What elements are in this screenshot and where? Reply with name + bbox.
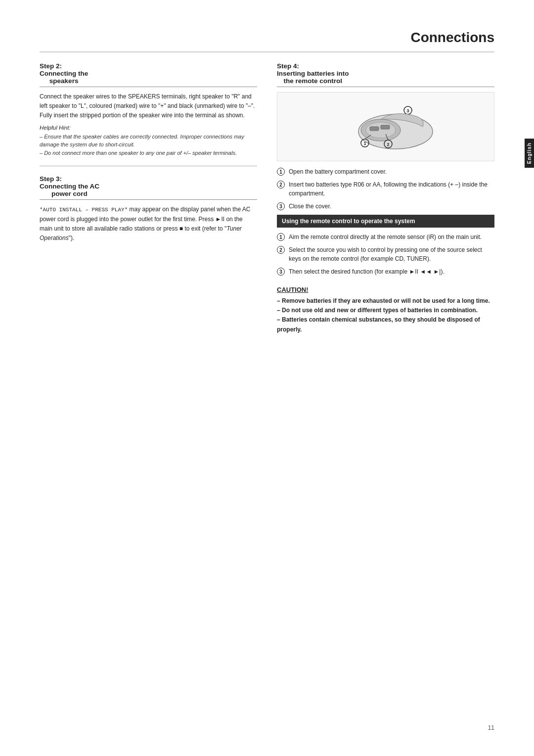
page-number: 11 (488, 724, 494, 731)
step3-block: Step 3: Connecting the AC power cord *AU… (40, 175, 257, 243)
step4-list: 1 Open the battery compartment cover. 2 … (277, 167, 494, 211)
right-column: Step 4: Inserting batteries into the rem… (277, 62, 494, 342)
step4-subtitle1: Inserting batteries into (277, 70, 349, 77)
caution-line-1: – Remove batteries if they are exhausted… (277, 296, 494, 306)
remote-control-svg: 1 2 3 (331, 97, 440, 156)
caution-line-2: – Do not use old and new or different ty… (277, 306, 494, 315)
step2-subtitle1: Connecting the (40, 70, 88, 77)
step4-item-2: 2 Insert two batteries type R06 or AA, f… (277, 180, 494, 198)
caution-text: – Remove batteries if they are exhausted… (277, 296, 494, 334)
step2-title-row: Step 2: Connecting the speakers (40, 62, 257, 87)
remote-step-3: 3 Then select the desired function (for … (277, 267, 494, 276)
remote-num-1: 1 (277, 233, 285, 241)
dark-highlight-section: Using the remote control to operate the … (277, 215, 494, 228)
remote-num-3: 3 (277, 268, 285, 276)
remote-steps-list: 1 Aim the remote control directly at the… (277, 233, 494, 276)
page-title: Connections (40, 30, 494, 52)
page-container: English Connections Step 2: Connecting t… (0, 0, 534, 756)
step4-item-3: 3 Close the cover. (277, 202, 494, 211)
remote-step-2: 2 Select the source you wish to control … (277, 245, 494, 263)
language-tab: English (525, 139, 534, 168)
remote-control-image: 1 2 3 (277, 92, 494, 161)
step3-body: *AUTO INSTALL – PRESS PLAY* may appear o… (40, 205, 257, 243)
step4-subtitle2: the remote control (277, 77, 349, 85)
step4-num-1: 1 (277, 168, 285, 176)
svg-rect-3 (370, 127, 379, 131)
caution-section: CAUTION! – Remove batteries if they are … (277, 286, 494, 334)
step4-num-2: 2 (277, 181, 285, 189)
hint2: – Do not connect more than one speaker t… (40, 149, 257, 157)
hint1: – Ensure that the speaker cables are cor… (40, 133, 257, 149)
step4-item-1: 1 Open the battery compartment cover. (277, 167, 494, 176)
caution-title: CAUTION! (277, 286, 494, 293)
remote-step-1: 1 Aim the remote control directly at the… (277, 233, 494, 241)
step4-text-2: Insert two batteries type R06 or AA, fol… (289, 180, 494, 198)
helpful-hint-label: Helpful Hint: (40, 125, 257, 131)
step3-mono: *AUTO INSTALL – PRESS PLAY* (40, 207, 128, 213)
svg-text:3: 3 (406, 108, 409, 113)
tuner-ops-ref: Tuner Operations (40, 225, 242, 241)
step2-label: Step 2: (40, 62, 62, 70)
step3-subtitle2: power cord (40, 190, 99, 197)
step4-heading: Step 4: Inserting batteries into the rem… (277, 62, 349, 85)
step2-body: Connect the speaker wires to the SPEAKER… (40, 92, 257, 121)
svg-text:1: 1 (363, 141, 366, 146)
step4-label: Step 4: (277, 62, 299, 70)
step4-text-3: Close the cover. (289, 202, 331, 211)
two-column-layout: Step 2: Connecting the speakers Connect … (40, 62, 494, 342)
step3-subtitle1: Connecting the AC (40, 183, 99, 190)
step4-text-1: Open the battery compartment cover. (289, 167, 387, 176)
caution-line-3-text: – Batteries contain chemical substances,… (277, 316, 480, 332)
divider1 (40, 166, 257, 166)
left-column: Step 2: Connecting the speakers Connect … (40, 62, 257, 342)
caution-line-1-text: – Remove batteries if they are exhausted… (277, 297, 490, 304)
remote-text-3: Then select the desired function (for ex… (289, 267, 445, 276)
step4-block: Step 4: Inserting batteries into the rem… (277, 62, 494, 334)
step2-heading: Step 2: Connecting the speakers (40, 62, 88, 85)
svg-text:2: 2 (387, 142, 389, 147)
step4-num-3: 3 (277, 202, 285, 210)
step4-title-row: Step 4: Inserting batteries into the rem… (277, 62, 494, 87)
caution-line-2-text: – Do not use old and new or different ty… (277, 307, 478, 314)
caution-line-3: – Batteries contain chemical substances,… (277, 315, 494, 334)
step3-heading: Step 3: Connecting the AC power cord (40, 175, 99, 197)
step2-block: Step 2: Connecting the speakers Connect … (40, 62, 257, 157)
step3-title-row: Step 3: Connecting the AC power cord (40, 175, 257, 200)
remote-text-1: Aim the remote control directly at the r… (289, 233, 482, 241)
svg-rect-4 (381, 125, 390, 129)
remote-num-2: 2 (277, 246, 285, 254)
remote-text-2: Select the source you wish to control by… (289, 245, 494, 263)
step3-label: Step 3: (40, 175, 62, 183)
step2-subtitle2: speakers (40, 77, 88, 85)
